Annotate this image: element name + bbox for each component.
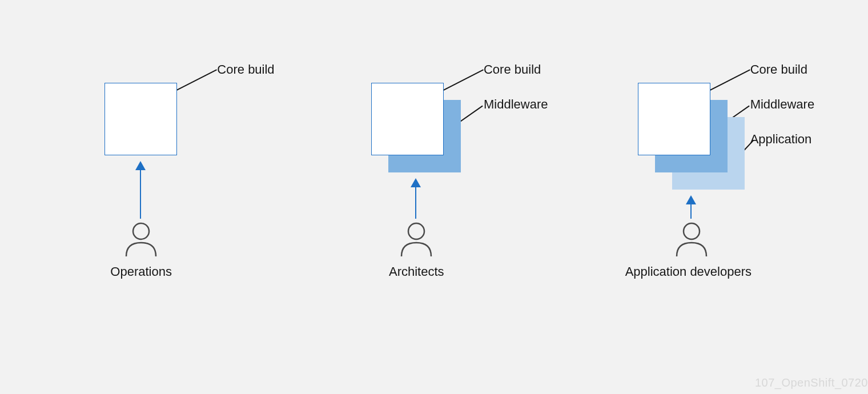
arrow-architects	[415, 179, 416, 219]
column-architects: Core build Middleware Architects	[314, 37, 554, 357]
person-icon	[672, 221, 711, 262]
svg-point-0	[133, 223, 149, 239]
arrow-developers	[690, 196, 692, 219]
layer-core-build	[371, 83, 444, 155]
column-operations: Core build Operations	[47, 37, 287, 357]
label-application: Application	[750, 132, 812, 147]
label-middleware: Middleware	[750, 97, 815, 112]
arrow-head-icon	[686, 195, 696, 204]
person-icon	[122, 221, 160, 262]
watermark-text: 107_OpenShift_0720	[755, 376, 868, 389]
user-icon	[397, 221, 436, 260]
arrow-line	[690, 204, 692, 219]
user-icon	[122, 221, 160, 260]
layer-core-build	[638, 83, 710, 155]
user-icon	[672, 221, 711, 260]
label-core-build: Core build	[217, 62, 274, 77]
column-developers: Core build Middleware Application Applic…	[581, 37, 821, 357]
label-core-build: Core build	[750, 62, 807, 77]
svg-point-1	[408, 223, 424, 239]
role-label-architects: Architects	[389, 264, 444, 279]
svg-point-2	[684, 223, 700, 239]
diagram-container: Core build Operations Core build Middlew…	[0, 0, 868, 394]
label-middleware: Middleware	[484, 97, 548, 112]
person-icon	[397, 221, 436, 262]
arrow-operations	[140, 162, 141, 219]
label-core-build: Core build	[484, 62, 541, 77]
arrow-line	[140, 170, 141, 219]
arrow-head-icon	[411, 178, 421, 187]
role-label-operations: Operations	[110, 264, 172, 279]
arrow-head-icon	[135, 161, 146, 170]
role-label-developers: Application developers	[625, 264, 752, 279]
layer-core-build	[105, 83, 177, 155]
arrow-line	[415, 187, 416, 219]
